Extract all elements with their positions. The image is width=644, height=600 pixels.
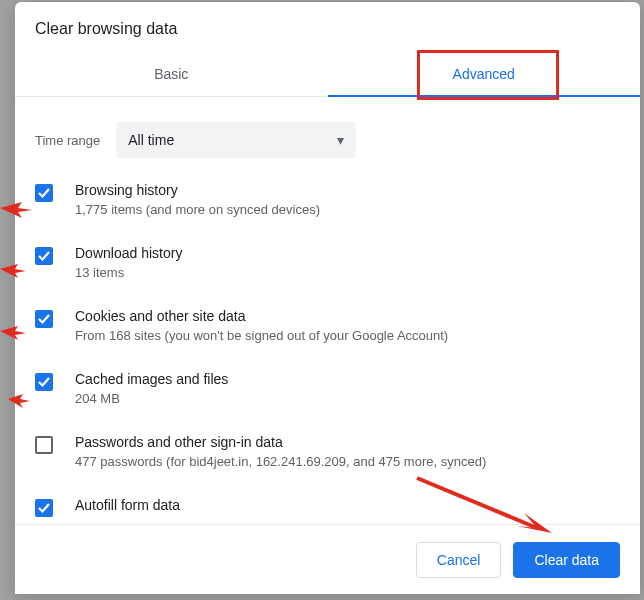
- option-subtitle: 13 items: [75, 265, 182, 280]
- chevron-down-icon: ▾: [337, 132, 344, 148]
- time-range-row: Time range All time ▾: [29, 114, 630, 172]
- option-title: Cached images and files: [75, 371, 228, 387]
- option-text: Browsing history1,775 items (and more on…: [75, 182, 320, 217]
- cancel-button[interactable]: Cancel: [416, 542, 502, 578]
- option-row: Autofill form data: [29, 487, 630, 524]
- checkbox[interactable]: [35, 184, 53, 202]
- dialog-body[interactable]: Time range All time ▾ Browsing history1,…: [15, 104, 640, 524]
- option-subtitle: 204 MB: [75, 391, 228, 406]
- option-title: Download history: [75, 245, 182, 261]
- time-range-select[interactable]: All time ▾: [116, 122, 356, 158]
- option-subtitle: From 168 sites (you won't be signed out …: [75, 328, 448, 343]
- option-title: Passwords and other sign-in data: [75, 434, 486, 450]
- tabs: Basic Advanced: [15, 52, 640, 97]
- checkbox[interactable]: [35, 310, 53, 328]
- option-row: Cookies and other site dataFrom 168 site…: [29, 298, 630, 361]
- option-row: Passwords and other sign-in data477 pass…: [29, 424, 630, 487]
- option-title: Cookies and other site data: [75, 308, 448, 324]
- option-text: Passwords and other sign-in data477 pass…: [75, 434, 486, 469]
- tab-advanced[interactable]: Advanced: [328, 52, 641, 96]
- option-row: Download history13 items: [29, 235, 630, 298]
- clear-browsing-data-dialog: Clear browsing data Basic Advanced Time …: [15, 2, 640, 594]
- dialog-title: Clear browsing data: [15, 2, 640, 38]
- option-text: Cookies and other site dataFrom 168 site…: [75, 308, 448, 343]
- option-text: Autofill form data: [75, 497, 180, 517]
- option-text: Download history13 items: [75, 245, 182, 280]
- option-subtitle: 477 passwords (for bid4jeet.in, 162.241.…: [75, 454, 486, 469]
- option-text: Cached images and files204 MB: [75, 371, 228, 406]
- clear-data-button[interactable]: Clear data: [513, 542, 620, 578]
- option-row: Cached images and files204 MB: [29, 361, 630, 424]
- option-row: Browsing history1,775 items (and more on…: [29, 172, 630, 235]
- checkbox[interactable]: [35, 247, 53, 265]
- time-range-value: All time: [128, 132, 174, 148]
- checkbox[interactable]: [35, 436, 53, 454]
- dialog-footer: Cancel Clear data: [15, 524, 640, 594]
- checkbox[interactable]: [35, 373, 53, 391]
- option-subtitle: 1,775 items (and more on synced devices): [75, 202, 320, 217]
- option-title: Browsing history: [75, 182, 320, 198]
- tab-basic[interactable]: Basic: [15, 52, 328, 96]
- time-range-label: Time range: [35, 133, 100, 148]
- option-title: Autofill form data: [75, 497, 180, 513]
- checkbox[interactable]: [35, 499, 53, 517]
